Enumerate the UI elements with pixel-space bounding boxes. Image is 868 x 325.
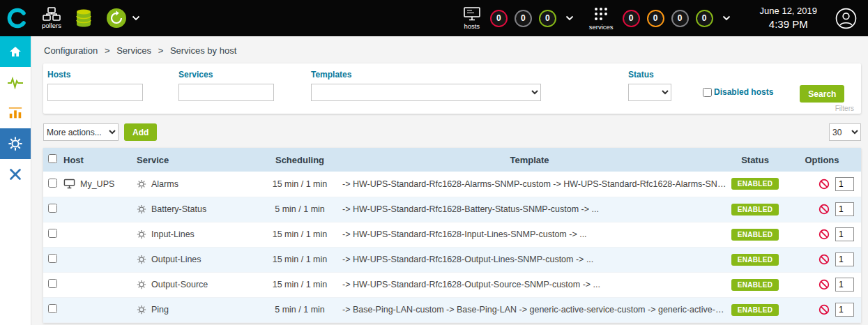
service-gear-icon[interactable] <box>137 229 146 239</box>
status-badge: ENABLED <box>731 178 779 190</box>
service-name[interactable]: Battery-Status <box>151 204 206 214</box>
service-gear-icon[interactable] <box>137 204 146 214</box>
column-header-host[interactable]: Host <box>61 148 135 172</box>
table-row: Input-Lines 15 min / 1 min -> HW-UPS-Sta… <box>43 222 861 247</box>
chevron-down-icon[interactable] <box>722 15 731 21</box>
pollers-menu[interactable]: pollers <box>42 7 61 29</box>
breadcrumb-services-by-host[interactable]: Services by host <box>170 45 236 56</box>
row-checkbox[interactable] <box>48 229 57 238</box>
centreon-logo[interactable] <box>0 8 35 29</box>
template-chain: -> HW-UPS-Standard-Rfc1628-Battery-Statu… <box>332 197 727 222</box>
sidebar-item-reporting[interactable] <box>0 98 31 128</box>
table-row: Output-Lines 15 min / 1 min -> HW-UPS-St… <box>43 247 861 272</box>
service-gear-icon[interactable] <box>137 305 146 315</box>
service-name[interactable]: Output-Lines <box>151 255 201 264</box>
hosts-up-counter[interactable]: 0 <box>539 10 556 27</box>
current-time: 4:39 PM <box>760 17 817 31</box>
template-chain: -> HW-UPS-Standard-Rfc1628-Alarms-SNMP-c… <box>332 172 727 197</box>
column-header-options[interactable]: Options <box>783 148 861 172</box>
disabled-hosts-toggle[interactable]: Disabled hosts <box>703 87 773 97</box>
services-critical-counter[interactable]: 0 <box>623 10 640 27</box>
service-name[interactable]: Output-Source <box>151 280 208 289</box>
breadcrumb-configuration[interactable]: Configuration <box>44 45 98 56</box>
gear-icon <box>8 136 23 151</box>
column-header-template[interactable]: Template <box>332 148 727 172</box>
filters-caption: Filters <box>835 105 854 112</box>
options-input[interactable] <box>835 227 854 241</box>
service-gear-icon[interactable] <box>137 280 146 289</box>
services-filter-input[interactable] <box>178 84 274 101</box>
disable-icon[interactable] <box>818 304 830 315</box>
platform-status[interactable] <box>106 8 140 29</box>
disable-icon[interactable] <box>818 279 830 290</box>
status-filter-label: Status <box>628 70 671 80</box>
more-actions-select[interactable]: More actions... <box>43 123 119 141</box>
disable-icon[interactable] <box>818 204 830 215</box>
services-status-group: services 0 0 0 0 <box>589 6 735 31</box>
pollers-icon <box>43 7 61 21</box>
row-checkbox[interactable] <box>48 304 57 313</box>
options-input[interactable] <box>835 278 854 292</box>
chevron-down-icon[interactable] <box>132 15 140 21</box>
services-table: Host Service Scheduling Template Status … <box>43 148 861 323</box>
templates-filter-select[interactable] <box>311 84 541 101</box>
service-name[interactable]: Ping <box>151 305 169 315</box>
chevron-down-icon[interactable] <box>565 15 574 21</box>
hosts-menu[interactable]: hosts <box>463 6 481 30</box>
sidebar <box>0 36 31 325</box>
select-all-checkbox[interactable] <box>48 154 57 163</box>
status-badge: ENABLED <box>731 254 779 266</box>
column-header-status[interactable]: Status <box>727 148 783 172</box>
host-name[interactable]: My_UPS <box>80 179 114 189</box>
column-header-service[interactable]: Service <box>135 148 268 172</box>
disable-icon[interactable] <box>818 179 830 190</box>
hosts-unreachable-counter[interactable]: 0 <box>515 10 532 27</box>
page-size-select[interactable]: 30 <box>829 123 861 141</box>
disabled-hosts-checkbox[interactable] <box>703 88 712 97</box>
scheduling-value: 15 min / 1 min <box>268 272 332 297</box>
service-name[interactable]: Input-Lines <box>151 229 195 239</box>
services-menu[interactable]: services <box>589 6 614 31</box>
services-warning-counter[interactable]: 0 <box>647 10 664 27</box>
hosts-down-counter[interactable]: 0 <box>490 10 508 27</box>
disable-icon[interactable] <box>818 254 830 265</box>
row-checkbox[interactable] <box>48 279 57 288</box>
table-row: Ping 5 min / 1 min -> Base-Ping-LAN-cust… <box>43 297 861 322</box>
add-button[interactable]: Add <box>124 123 157 141</box>
hosts-filter-input[interactable] <box>47 84 143 101</box>
scheduling-value: 15 min / 1 min <box>268 222 332 247</box>
options-input[interactable] <box>835 252 854 266</box>
status-filter-select[interactable] <box>628 84 671 101</box>
options-input[interactable] <box>835 177 854 191</box>
row-checkbox[interactable] <box>48 179 57 188</box>
filter-hosts: Hosts <box>47 70 143 101</box>
database-status[interactable] <box>75 9 92 28</box>
sidebar-item-home[interactable] <box>0 36 31 67</box>
filter-services: Services <box>178 70 274 101</box>
options-input[interactable] <box>835 202 854 216</box>
disable-icon[interactable] <box>818 229 830 240</box>
hosts-filter-label: Hosts <box>47 70 143 80</box>
column-header-scheduling[interactable]: Scheduling <box>268 148 332 172</box>
services-unknown-counter[interactable]: 0 <box>671 10 689 27</box>
service-gear-icon[interactable] <box>137 255 146 264</box>
sidebar-item-monitoring[interactable] <box>0 67 31 98</box>
services-ok-counter[interactable]: 0 <box>696 10 713 27</box>
breadcrumb-services[interactable]: Services <box>116 45 151 56</box>
service-name[interactable]: Alarms <box>151 179 178 189</box>
sidebar-item-administration[interactable] <box>0 159 31 190</box>
breadcrumb: Configuration > Services > Services by h… <box>43 36 861 63</box>
top-bar: pollers hosts 0 0 0 <box>0 0 868 36</box>
status-badge: ENABLED <box>731 279 779 291</box>
sidebar-item-configuration[interactable] <box>0 128 31 159</box>
service-gear-icon[interactable] <box>137 179 146 189</box>
row-checkbox[interactable] <box>48 204 57 213</box>
breadcrumb-separator: > <box>105 45 110 56</box>
user-profile-button[interactable] <box>835 8 857 29</box>
row-checkbox[interactable] <box>48 254 57 263</box>
services-filter-label: Services <box>178 70 274 80</box>
options-input[interactable] <box>835 303 854 317</box>
services-icon <box>593 6 609 22</box>
heartbeat-icon <box>7 75 24 89</box>
search-button[interactable]: Search <box>800 85 844 103</box>
